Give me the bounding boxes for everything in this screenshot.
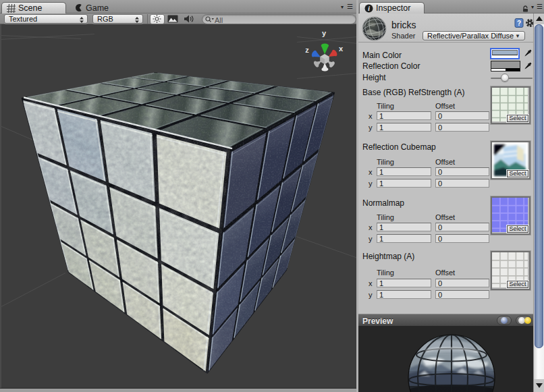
svg-text:?: ? [517, 20, 521, 27]
svg-text:i: i [368, 5, 370, 11]
svg-text:x: x [339, 44, 344, 52]
svg-text:y: y [322, 28, 327, 36]
svg-text:z: z [305, 45, 309, 53]
